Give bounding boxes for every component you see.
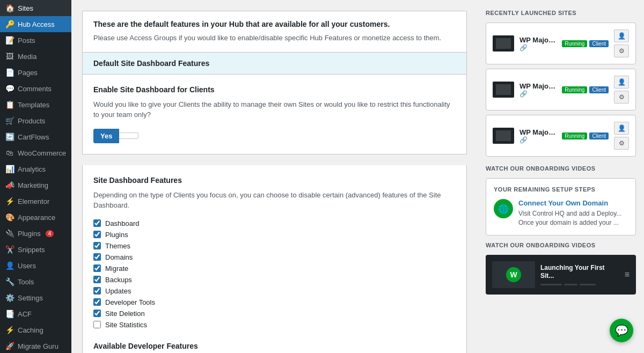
templates-icon: 📋 bbox=[5, 100, 14, 109]
woocommerce-icon: 🛍 bbox=[5, 149, 14, 157]
sidebar-item-sites[interactable]: 🏠 Sites bbox=[0, 0, 71, 16]
site-thumbnail bbox=[493, 128, 514, 144]
hub-access-icon: 🔑 bbox=[5, 20, 14, 28]
cartflows-icon: 🔄 bbox=[5, 133, 14, 141]
feature-checkbox-updates[interactable] bbox=[93, 287, 101, 295]
site-thumbnail bbox=[493, 35, 514, 52]
sidebar-item-caching[interactable]: ⚡ Caching bbox=[0, 322, 71, 338]
badge-running: Running bbox=[562, 86, 587, 93]
toggle-no-button[interactable] bbox=[119, 133, 138, 139]
badge-client: Client bbox=[589, 86, 609, 93]
chat-button[interactable]: 💬 bbox=[610, 319, 633, 342]
plugins-badge: 4 bbox=[46, 230, 54, 237]
feature-checkbox-developer-tools[interactable] bbox=[93, 298, 101, 306]
checkbox-list: DashboardPluginsThemesDomainsMigrateBack… bbox=[93, 219, 456, 329]
badge-client: Client bbox=[589, 133, 609, 139]
sidebar-item-elementor[interactable]: ⚡ Elementor bbox=[0, 193, 71, 209]
snippets-icon: ✂️ bbox=[5, 245, 14, 254]
feature-label: Backups bbox=[105, 276, 132, 284]
sidebar-item-cartflows[interactable]: 🔄 CartFlows bbox=[0, 129, 71, 145]
sidebar-item-templates[interactable]: 📋 Templates bbox=[0, 97, 71, 113]
site-name: WP Major - De... bbox=[519, 36, 557, 44]
site-user-button[interactable]: 👤 bbox=[614, 122, 629, 135]
sidebar-item-appearance[interactable]: 🎨 Appearance bbox=[0, 209, 71, 225]
sidebar-item-tools[interactable]: 🔧 Tools bbox=[0, 274, 71, 290]
checkbox-item: Dashboard bbox=[93, 219, 456, 227]
feature-checkbox-site-deletion[interactable] bbox=[93, 310, 101, 317]
feature-checkbox-site-statistics[interactable] bbox=[93, 321, 101, 328]
sidebar-item-migrate-guru[interactable]: 🚀 Migrate Guru bbox=[0, 338, 71, 353]
site-settings-button[interactable]: ⚙ bbox=[614, 91, 629, 104]
sidebar-item-woocommerce[interactable]: 🛍 WooCommerce bbox=[0, 145, 71, 161]
site-actions: 👤 ⚙ bbox=[614, 30, 629, 57]
sidebar-item-comments[interactable]: 💬 Comments bbox=[0, 80, 71, 97]
sidebar-item-pages[interactable]: 📄 Pages bbox=[0, 64, 71, 80]
sidebar-item-snippets[interactable]: ✂️ Snippets bbox=[0, 241, 71, 258]
site-info: WP Major - De... 🔗 bbox=[519, 82, 557, 98]
checkbox-item: Backups bbox=[93, 276, 456, 284]
feature-checkbox-dashboard[interactable] bbox=[93, 219, 101, 227]
sidebar-item-hub-access[interactable]: 🔑 Hub Access bbox=[0, 16, 71, 32]
site-info: WP Major - De... 🔗 bbox=[519, 36, 557, 52]
feature-checkbox-plugins[interactable] bbox=[93, 231, 101, 238]
site-actions: 👤 ⚙ bbox=[614, 76, 629, 104]
plugins-icon: 🔌 bbox=[5, 229, 14, 238]
sidebar-item-plugins[interactable]: 🔌 Plugins 4 bbox=[0, 225, 71, 241]
step-icon: 🌐 bbox=[494, 199, 513, 218]
content-area: These are the default features in your H… bbox=[71, 0, 478, 353]
sidebar-item-media[interactable]: 🖼 Media bbox=[0, 48, 71, 64]
feature-checkbox-migrate[interactable] bbox=[93, 264, 101, 272]
sidebar-item-marketing[interactable]: 📣 Marketing bbox=[0, 177, 71, 193]
site-thumb-inner bbox=[496, 130, 511, 141]
right-panel: RECENTLY LAUNCHED SITES WP Major - De...… bbox=[478, 0, 644, 353]
toggle-container: Yes bbox=[93, 129, 456, 143]
onboarding-title: WATCH OUR ONBOARDING VIDEOS bbox=[486, 165, 636, 172]
site-thumb-inner bbox=[496, 38, 511, 49]
site-settings-button[interactable]: ⚙ bbox=[614, 45, 629, 57]
video-logo: W bbox=[506, 267, 521, 282]
step-title[interactable]: Connect Your Own Domain bbox=[518, 199, 628, 207]
site-settings-button[interactable]: ⚙ bbox=[614, 137, 629, 150]
toggle-yes-button[interactable]: Yes bbox=[93, 129, 119, 143]
site-user-button[interactable]: 👤 bbox=[614, 76, 629, 89]
site-card: WP Major - De... 🔗 Running Client 👤 ⚙ bbox=[486, 69, 636, 111]
video-lines bbox=[540, 284, 619, 285]
site-user-button[interactable]: 👤 bbox=[614, 30, 629, 42]
video-card[interactable]: W Launching Your First Sit... ≡ bbox=[486, 255, 636, 295]
sidebar-item-analytics[interactable]: 📊 Analytics bbox=[0, 161, 71, 177]
checkbox-item: Updates bbox=[93, 287, 456, 295]
intro-description: Please use Access Groups if you would li… bbox=[93, 33, 456, 43]
settings-icon: ⚙️ bbox=[5, 293, 14, 302]
features-card: Site Dashboard Features Depending on the… bbox=[82, 165, 467, 354]
sidebar-item-posts[interactable]: 📝 Posts bbox=[0, 32, 71, 48]
feature-label: Plugins bbox=[105, 231, 128, 239]
appearance-icon: 🎨 bbox=[5, 213, 14, 222]
feature-label: Migrate bbox=[105, 264, 128, 273]
site-card: WP Major - De... 🔗 Running Client 👤 ⚙ bbox=[486, 115, 636, 157]
checkbox-item: Domains bbox=[93, 253, 456, 261]
default-section-header: Default Site Dashboard Features bbox=[82, 53, 467, 75]
feature-checkbox-themes[interactable] bbox=[93, 242, 101, 249]
sidebar-item-settings[interactable]: ⚙️ Settings bbox=[0, 290, 71, 306]
feature-label: Themes bbox=[105, 242, 130, 250]
feature-checkbox-domains[interactable] bbox=[93, 253, 101, 261]
video-menu-icon: ≡ bbox=[625, 270, 630, 280]
sidebar-item-users[interactable]: 👤 Users bbox=[0, 258, 71, 274]
onboarding-title2: WATCH OUR ONBOARDING VIDEOS bbox=[486, 242, 636, 248]
available-title: Available Developer Features bbox=[93, 342, 456, 350]
site-thumb-inner bbox=[496, 84, 511, 95]
sidebar-item-products[interactable]: 🛒 Products bbox=[0, 113, 71, 129]
main-content: These are the default features in your H… bbox=[71, 0, 644, 353]
badge-client: Client bbox=[589, 40, 609, 47]
badge-running: Running bbox=[562, 133, 587, 139]
site-badges: Running Client bbox=[562, 40, 609, 47]
sidebar-item-acf[interactable]: 📑 ACF bbox=[0, 306, 71, 322]
features-description: Depending on the type of Clients you foc… bbox=[93, 190, 456, 211]
site-thumbnail bbox=[493, 82, 514, 98]
video-thumbnail: W bbox=[492, 261, 535, 288]
feature-checkbox-backups[interactable] bbox=[93, 276, 101, 283]
posts-icon: 📝 bbox=[5, 36, 14, 45]
video-title: Launching Your First Sit... bbox=[540, 264, 619, 281]
feature-label: Site Statistics bbox=[105, 321, 147, 329]
feature-label: Developer Tools bbox=[105, 298, 155, 306]
